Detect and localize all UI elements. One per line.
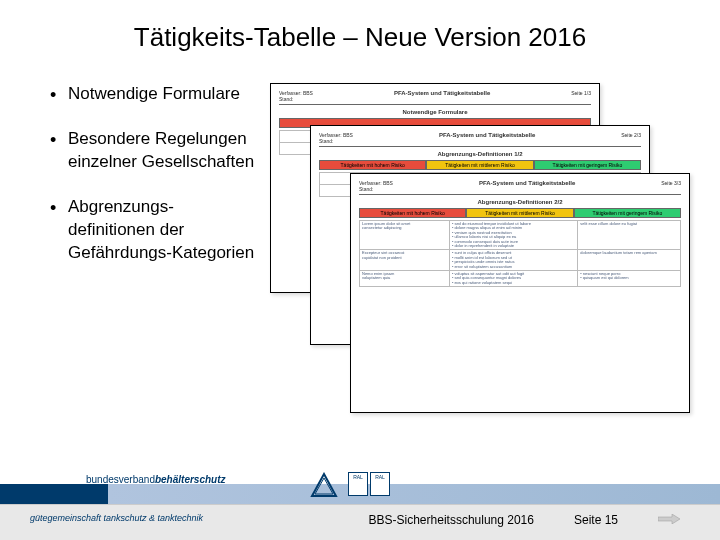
risk-low-cell: Tätigkeiten mit geringem Risiko bbox=[534, 160, 641, 170]
org-prefix: bundesverband bbox=[86, 474, 155, 485]
org-name: behälterschutz bbox=[155, 474, 226, 485]
doc-subtitle: Abgrenzungs-Definitionen 1/2 bbox=[319, 151, 641, 157]
risk-mid-cell: Tätigkeiten mit mittlerem Risiko bbox=[426, 160, 533, 170]
next-arrow-icon[interactable] bbox=[658, 513, 680, 527]
ral-badge: RAL bbox=[370, 472, 390, 496]
org-logo: bundesverbandbehälterschutz bbox=[86, 474, 226, 485]
risk-high-cell: Tätigkeiten mit hohem Risiko bbox=[359, 208, 466, 218]
risk-high-cell: Tätigkeiten mit hohem Risiko bbox=[319, 160, 426, 170]
footer-course: BBS-Sicherheitsschulung 2016 bbox=[369, 513, 534, 527]
slide-title: Tätigkeits-Tabelle – Neue Version 2016 bbox=[0, 0, 720, 53]
doc-title: PFA-System und Tätigkeitstabelle bbox=[479, 180, 575, 192]
doc-subtitle: Abgrenzungs-Definitionen 2/2 bbox=[359, 199, 681, 205]
doc-title: PFA-System und Tätigkeitstabelle bbox=[394, 90, 490, 102]
doc-page: Seite 1/3 bbox=[571, 90, 591, 102]
org-subtitle: gütegemeinschaft tankschutz & tanktechni… bbox=[30, 513, 203, 523]
footer-main: gütegemeinschaft tankschutz & tanktechni… bbox=[0, 504, 720, 540]
ral-badge: RAL bbox=[348, 472, 368, 496]
bullet-item: Notwendige Formulare bbox=[50, 83, 260, 106]
bullet-list: Notwendige Formulare Besondere Regelunge… bbox=[50, 83, 260, 413]
doc-field: Stand bbox=[279, 96, 292, 102]
footer-page-number: Seite 15 bbox=[574, 513, 618, 527]
content-area: Notwendige Formulare Besondere Regelunge… bbox=[0, 53, 720, 413]
footer-divider: bundesverbandbehälterschutz RAL RAL bbox=[0, 484, 720, 504]
doc-page: Seite 3/3 bbox=[661, 180, 681, 192]
bullet-item: Abgrenzungs-definitionen der Gefährdungs… bbox=[50, 196, 260, 265]
bullet-item: Besondere Regelungen einzelner Gesellsch… bbox=[50, 128, 260, 174]
document-thumbnail-3: Verfasser: BBSStand: PFA-System und Täti… bbox=[350, 173, 690, 413]
doc-page: Seite 2/3 bbox=[621, 132, 641, 144]
doc-field: Stand bbox=[359, 186, 372, 192]
ral-badges: RAL RAL bbox=[348, 472, 390, 496]
slide-footer: bundesverbandbehälterschutz RAL RAL güte… bbox=[0, 484, 720, 540]
doc-subtitle: Notwendige Formulare bbox=[279, 109, 591, 115]
risk-mid-cell: Tätigkeiten mit mittlerem Risiko bbox=[466, 208, 573, 218]
doc-title: PFA-System und Tätigkeitstabelle bbox=[439, 132, 535, 144]
document-stack: Verfasser: BBSStand: PFA-System und Täti… bbox=[270, 83, 690, 413]
doc-field: Stand bbox=[319, 138, 332, 144]
risk-low-cell: Tätigkeiten mit geringem Risiko bbox=[574, 208, 681, 218]
